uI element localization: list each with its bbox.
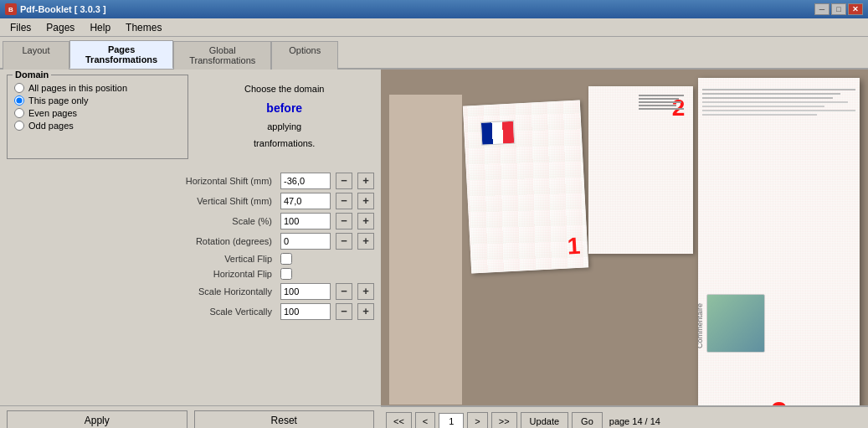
rotation-increment[interactable]: + bbox=[357, 233, 374, 250]
rotation-decrement[interactable]: − bbox=[336, 233, 352, 250]
radio-even-pages-input[interactable] bbox=[14, 108, 24, 118]
desc-line2: before bbox=[266, 101, 302, 115]
nav-go-button[interactable]: Go bbox=[572, 412, 603, 429]
window-title: Pdf-Booklet [ 3.0.3 ] bbox=[20, 4, 106, 14]
left-panel: Domain All pages in this position This p… bbox=[0, 70, 381, 405]
h-shift-label: Horizontal Shift (mm) bbox=[7, 176, 275, 186]
nav-first-button[interactable]: << bbox=[386, 412, 412, 429]
radio-odd-pages[interactable]: Odd pages bbox=[14, 121, 181, 131]
h-flip-label: Horizontal Flip bbox=[7, 269, 275, 279]
menu-pages[interactable]: Pages bbox=[39, 20, 81, 35]
scale-h-input[interactable] bbox=[280, 283, 331, 300]
transforms-section: Horizontal Shift (mm) − + Vertical Shift… bbox=[7, 173, 374, 320]
scale-v-label: Scale Vertically bbox=[7, 307, 275, 317]
rotation-input[interactable] bbox=[280, 233, 331, 250]
scale-h-increment[interactable]: + bbox=[357, 283, 374, 300]
desc-line4: tranformations. bbox=[254, 138, 315, 148]
tab-layout[interactable]: Layout bbox=[3, 41, 69, 70]
nav-page-input[interactable] bbox=[439, 413, 464, 429]
action-buttons: Apply Reset bbox=[0, 406, 381, 428]
page-num-1: 1 bbox=[567, 233, 581, 260]
nav-update-button[interactable]: Update bbox=[521, 412, 568, 429]
scale-increment[interactable]: + bbox=[357, 213, 374, 229]
main-content: Domain All pages in this position This p… bbox=[0, 70, 868, 405]
menu-files[interactable]: Files bbox=[3, 20, 38, 35]
nav-prev-button[interactable]: < bbox=[415, 412, 435, 429]
rotation-label: Rotation (degrees) bbox=[7, 236, 275, 246]
desc-line3: applying bbox=[267, 121, 301, 131]
radio-odd-pages-label: Odd pages bbox=[28, 121, 74, 131]
right-panel: 1 2 bbox=[381, 70, 868, 405]
radio-this-page[interactable]: This page only bbox=[14, 95, 181, 106]
scale-v-increment[interactable]: + bbox=[357, 303, 374, 320]
menu-themes[interactable]: Themes bbox=[119, 20, 168, 35]
scale-v-decrement[interactable]: − bbox=[336, 303, 352, 320]
scale-h-label: Scale Horizontally bbox=[7, 286, 275, 297]
domain-box: Domain All pages in this position This p… bbox=[7, 75, 188, 159]
radio-even-pages[interactable]: Even pages bbox=[14, 108, 181, 118]
apply-button[interactable]: Apply bbox=[7, 410, 187, 429]
bottom-bar: Apply Reset << < > >> Update Go page 14 … bbox=[0, 405, 868, 428]
tab-bar: Layout PagesTransformations GlobalTransf… bbox=[0, 37, 868, 70]
reset-button[interactable]: Reset bbox=[194, 410, 375, 429]
top-section: Domain All pages in this position This p… bbox=[7, 75, 374, 159]
tab-global-transformations[interactable]: GlobalTransformations bbox=[173, 41, 271, 70]
tab-pages-transformations[interactable]: PagesTransformations bbox=[69, 40, 173, 69]
v-flip-label: Vertical Flip bbox=[7, 254, 275, 264]
v-shift-input[interactable] bbox=[280, 193, 331, 209]
h-shift-input[interactable] bbox=[280, 173, 331, 189]
window-controls: ─ □ ✕ bbox=[814, 3, 863, 15]
radio-this-page-label: This page only bbox=[28, 95, 89, 106]
v-shift-decrement[interactable]: − bbox=[336, 193, 352, 209]
desc-line1: Choose the domain bbox=[244, 84, 324, 94]
radio-odd-pages-input[interactable] bbox=[14, 121, 24, 131]
radio-even-pages-label: Even pages bbox=[28, 108, 77, 118]
domain-description: Choose the domain before applying tranfo… bbox=[195, 75, 375, 159]
close-button[interactable]: ✕ bbox=[848, 3, 863, 15]
tab-options[interactable]: Options bbox=[271, 41, 338, 70]
pdf-preview: 1 2 bbox=[381, 70, 868, 405]
v-shift-label: Vertical Shift (mm) bbox=[7, 196, 275, 206]
menu-bar: Files Pages Help Themes bbox=[0, 18, 868, 37]
radio-all-pages[interactable]: All pages in this position bbox=[14, 83, 181, 93]
radio-all-pages-input[interactable] bbox=[14, 83, 24, 93]
scale-v-input[interactable] bbox=[280, 303, 331, 320]
nav-next-button[interactable]: > bbox=[467, 412, 487, 429]
domain-title: Domain bbox=[13, 70, 51, 80]
scale-h-decrement[interactable]: − bbox=[336, 283, 352, 300]
page-num-3: 3 bbox=[771, 396, 788, 405]
scale-label: Scale (%) bbox=[7, 216, 275, 226]
app-icon: B bbox=[5, 3, 17, 15]
nav-last-button[interactable]: >> bbox=[491, 412, 517, 429]
h-shift-decrement[interactable]: − bbox=[336, 173, 352, 189]
menu-help[interactable]: Help bbox=[83, 20, 117, 35]
radio-all-pages-label: All pages in this position bbox=[28, 83, 127, 93]
radio-this-page-input[interactable] bbox=[14, 95, 24, 106]
h-flip-checkbox[interactable] bbox=[280, 268, 292, 280]
page-info: page 14 / 14 bbox=[609, 416, 660, 426]
pdf-container: 1 2 bbox=[381, 70, 868, 405]
h-shift-increment[interactable]: + bbox=[357, 173, 374, 189]
scale-input[interactable] bbox=[280, 213, 331, 229]
v-flip-checkbox[interactable] bbox=[280, 253, 292, 265]
minimize-button[interactable]: ─ bbox=[814, 3, 829, 15]
scale-decrement[interactable]: − bbox=[336, 213, 352, 229]
v-shift-increment[interactable]: + bbox=[357, 193, 374, 209]
navigation-bar: << < > >> Update Go page 14 / 14 bbox=[381, 406, 868, 428]
maximize-button[interactable]: □ bbox=[831, 3, 846, 15]
title-bar: B Pdf-Booklet [ 3.0.3 ] ─ □ ✕ bbox=[0, 0, 868, 18]
